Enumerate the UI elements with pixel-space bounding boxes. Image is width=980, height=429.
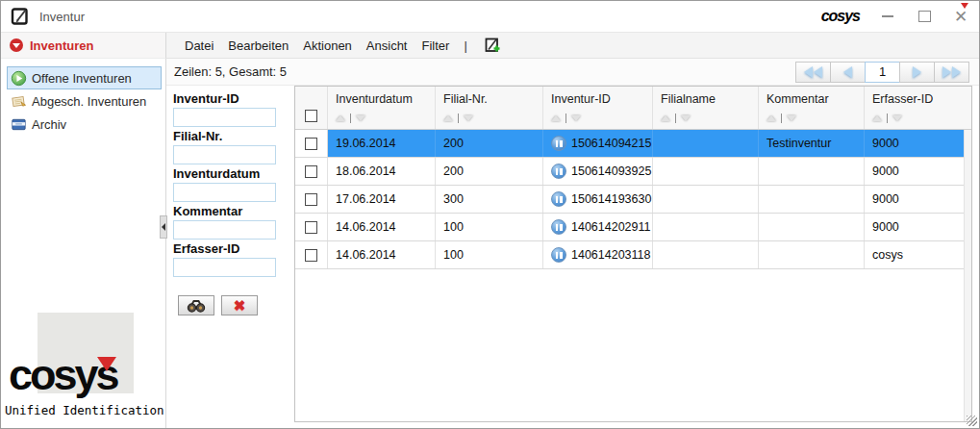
row-checkbox[interactable] — [305, 249, 317, 262]
sort-ascending-icon[interactable] — [551, 115, 561, 121]
minimize-button[interactable] — [879, 8, 896, 25]
row-checkbox[interactable] — [305, 193, 317, 206]
sort-ascending-icon[interactable] — [443, 115, 453, 121]
column-header-filial-nr[interactable]: Filial-Nr. — [436, 87, 543, 129]
minimize-icon — [882, 15, 893, 17]
inventurdatum-input[interactable] — [173, 183, 276, 202]
last-page-icon — [952, 66, 961, 78]
sort-descending-icon[interactable] — [356, 115, 365, 121]
cell-inventurdatum: 18.06.2014 — [328, 158, 436, 185]
table-row[interactable]: 14.06.2014 100 140614202911 9000 — [295, 214, 971, 241]
menu-ansicht[interactable]: Ansicht — [366, 38, 408, 53]
sort-controls — [551, 114, 644, 123]
menu-aktionen[interactable]: Aktionen — [303, 38, 352, 53]
field-label-kommentar: Kommentar — [173, 204, 294, 218]
column-header-inventur-id[interactable]: Inventur-ID — [543, 87, 653, 129]
window-title: Inventur — [39, 10, 85, 24]
pause-icon — [551, 191, 566, 207]
column-header-erfasser-id[interactable]: Erfasser-ID — [865, 87, 964, 129]
cell-filialname — [653, 241, 759, 268]
sort-ascending-icon[interactable] — [661, 115, 670, 121]
panel-collapse-handle[interactable] — [160, 215, 167, 239]
previous-page-button[interactable] — [830, 62, 866, 83]
maximize-button[interactable] — [916, 8, 933, 25]
section-header-inventuren[interactable]: Inventuren — [1, 33, 166, 59]
row-checkbox[interactable] — [305, 165, 317, 178]
sort-descending-icon[interactable] — [892, 115, 902, 121]
table-row[interactable]: 19.06.2014 200 150614094215 Testinventur… — [295, 130, 971, 158]
field-label-filial-nr: Filial-Nr. — [173, 129, 294, 143]
first-page-button[interactable] — [795, 62, 831, 83]
table-row[interactable]: 18.06.2014 200 150614093925 9000 — [295, 158, 971, 186]
filial-nr-input[interactable] — [173, 145, 276, 164]
brand-triangle-icon — [961, 3, 968, 9]
sidebar-item-offene-inventuren[interactable]: Offene Inventuren — [7, 66, 162, 89]
column-header-kommentar[interactable]: Kommentar — [759, 87, 865, 129]
first-page-icon — [814, 66, 822, 78]
sidebar-item-label: Abgesch. Inventuren — [32, 94, 146, 109]
cell-erfasser-id: 9000 — [865, 130, 964, 157]
cell-filialname — [653, 130, 759, 157]
sort-ascending-icon[interactable] — [766, 115, 776, 121]
sort-descending-icon[interactable] — [571, 115, 581, 121]
sort-descending-icon[interactable] — [787, 115, 796, 121]
row-checkbox[interactable] — [305, 138, 317, 150]
sort-descending-icon[interactable] — [681, 115, 691, 121]
cell-filial-nr: 100 — [436, 241, 543, 268]
cell-filial-nr: 300 — [436, 186, 543, 213]
erfasser-id-input[interactable] — [173, 258, 276, 277]
cell-inventur-id: 140614202911 — [543, 214, 653, 240]
menu-datei[interactable]: Datei — [185, 38, 214, 53]
last-page-button[interactable] — [934, 62, 969, 83]
notes-icon — [11, 93, 27, 110]
menu-separator: | — [464, 38, 466, 53]
window-resize-grip[interactable] — [967, 416, 977, 426]
filter-form: Inventur-ID Filial-Nr. Inventurdatum Kom… — [167, 86, 294, 428]
checkbox-cell — [295, 130, 328, 157]
checkbox-cell — [295, 186, 328, 213]
menubar: Datei Bearbeiten Aktionen Ansicht Filter… — [166, 33, 979, 59]
clear-button[interactable]: ✖ — [221, 295, 258, 315]
table-row[interactable]: 14.06.2014 100 140614203118 cosys — [295, 241, 971, 269]
sidebar-item-abgesch-inventuren[interactable]: Abgesch. Inventuren — [7, 89, 162, 113]
row-checkbox[interactable] — [305, 221, 317, 234]
sort-controls — [336, 114, 427, 123]
cell-filial-nr: 200 — [436, 130, 543, 157]
cell-kommentar — [759, 158, 865, 185]
select-all-checkbox[interactable] — [305, 110, 317, 122]
inventory-table: Inventurdatum Filial-Nr. Inventur-ID Fil… — [294, 86, 972, 422]
next-page-button[interactable] — [899, 62, 935, 83]
search-button[interactable] — [178, 295, 214, 315]
sort-ascending-icon[interactable] — [336, 115, 345, 121]
page-number-input[interactable]: 1 — [865, 62, 900, 83]
menu-bearbeiten[interactable]: Bearbeiten — [228, 38, 289, 53]
cell-inventurdatum: 14.06.2014 — [328, 214, 436, 240]
checkbox-cell — [295, 214, 328, 240]
column-header-inventurdatum[interactable]: Inventurdatum — [328, 87, 436, 129]
menu-filter[interactable]: Filter — [421, 38, 449, 53]
kommentar-input[interactable] — [173, 220, 276, 240]
sidebar-item-label: Archiv — [32, 117, 66, 132]
sort-descending-icon[interactable] — [464, 115, 473, 121]
close-button[interactable]: ✕ — [952, 8, 969, 25]
cell-erfasser-id: 9000 — [865, 158, 964, 185]
previous-page-icon — [843, 66, 852, 78]
table-row[interactable]: 17.06.2014 300 150614193630 9000 — [295, 186, 971, 214]
cell-erfasser-id: 9000 — [865, 186, 964, 213]
cell-kommentar — [759, 186, 865, 213]
app-window: Inventur cosys ✕ Inventuren Datei Bearbe… — [0, 0, 980, 429]
next-page-icon — [913, 66, 921, 78]
table-scrollbar[interactable] — [964, 130, 971, 421]
column-header-filialname[interactable]: Filialname — [653, 87, 759, 129]
cell-filial-nr: 200 — [436, 158, 543, 185]
inventur-id-input[interactable] — [173, 108, 276, 127]
new-inventory-icon[interactable] — [484, 37, 502, 55]
section-header-label: Inventuren — [30, 38, 93, 53]
sidebar-item-archiv[interactable]: Archiv — [7, 113, 162, 136]
sort-controls — [661, 114, 750, 123]
sort-controls — [443, 114, 535, 123]
sort-ascending-icon[interactable] — [872, 115, 882, 121]
cell-filialname — [653, 186, 759, 213]
first-page-icon — [804, 66, 813, 78]
cell-inventur-id: 150614193630 — [543, 186, 653, 213]
